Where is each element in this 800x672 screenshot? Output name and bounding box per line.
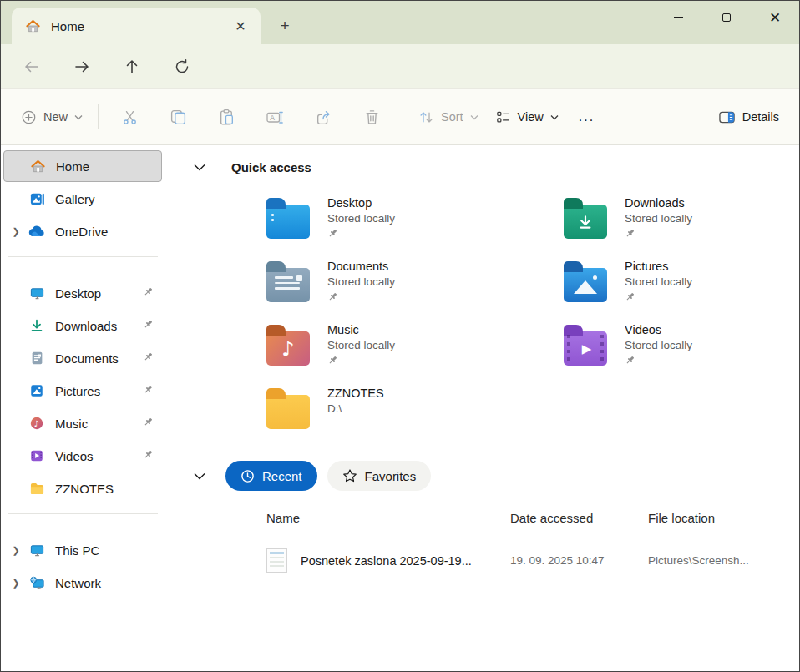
gallery-icon (28, 190, 45, 207)
svg-text:♪: ♪ (34, 419, 39, 428)
tab-close-icon[interactable]: ✕ (229, 14, 252, 38)
favorites-label: Favorites (365, 469, 417, 483)
sidebar-item-desktop[interactable]: Desktop (3, 277, 162, 309)
tile-name: Documents (327, 260, 395, 273)
pin-icon (327, 291, 395, 302)
view-button[interactable]: View (487, 100, 567, 134)
file-name: Posnetek zaslona 2025-09-19... (301, 554, 472, 568)
rename-button[interactable]: A (257, 100, 292, 134)
clock-icon (241, 469, 255, 483)
expand-chevron-icon[interactable]: ❯ (3, 578, 28, 589)
this-pc-icon (28, 542, 45, 558)
sort-button[interactable]: Sort (410, 100, 487, 134)
favorites-tab[interactable]: Favorites (327, 461, 432, 491)
sidebar-label: This PC (55, 543, 99, 558)
sidebar-item-music[interactable]: ♪ Music (3, 407, 162, 439)
downloads-icon (28, 317, 45, 334)
maximize-button[interactable] (702, 1, 751, 34)
tile-videos[interactable]: ▶ Videos Stored locally (564, 322, 799, 375)
documents-icon (28, 350, 45, 366)
pin-icon (143, 449, 154, 460)
tile-subtitle: Stored locally (625, 212, 692, 225)
tile-zznotes[interactable]: ZZNOTES D:\ (266, 386, 564, 438)
tile-subtitle: Stored locally (625, 275, 692, 288)
column-file-location[interactable]: File location (648, 511, 799, 525)
tile-music[interactable]: ♪ Music Stored locally (266, 322, 564, 375)
forward-button[interactable] (68, 53, 96, 81)
tile-desktop[interactable]: Desktop Stored locally (266, 195, 564, 248)
collapse-chevron-icon[interactable] (194, 164, 207, 171)
explorer-tab-home[interactable]: Home ✕ (12, 8, 261, 44)
up-button[interactable] (118, 53, 146, 81)
chevron-down-icon (74, 114, 83, 120)
sidebar-item-zznotes[interactable]: ZZNOTES (3, 472, 162, 504)
tile-name: Videos (625, 323, 692, 336)
column-date-accessed[interactable]: Date accessed (510, 511, 648, 525)
sidebar-label: Downloads (55, 319, 117, 333)
file-thumbnail (266, 548, 287, 573)
quick-access-title[interactable]: Quick access (231, 160, 311, 174)
home-icon (25, 18, 41, 34)
column-name[interactable]: Name (260, 511, 510, 525)
sidebar-label: Videos (55, 449, 94, 463)
tile-documents[interactable]: Documents Stored locally (266, 259, 564, 311)
expand-chevron-icon[interactable]: ❯ (3, 545, 28, 556)
share-button[interactable] (306, 100, 341, 134)
collapse-chevron-icon[interactable] (194, 472, 207, 480)
tile-name: Desktop (327, 196, 395, 210)
tile-name: Downloads (625, 196, 692, 210)
sidebar-item-home[interactable]: Home (3, 150, 162, 182)
navigation-pane: Home Gallery ❯ OneDrive (1, 145, 165, 671)
refresh-button[interactable] (168, 53, 196, 81)
cut-button[interactable] (112, 100, 147, 134)
delete-button[interactable] (354, 100, 389, 134)
sidebar-item-downloads[interactable]: Downloads (3, 310, 162, 341)
command-bar: New A (1, 88, 799, 145)
details-pane-icon (718, 109, 736, 125)
pin-icon (143, 384, 154, 395)
back-button[interactable] (18, 53, 46, 81)
recent-table-header: Name Date accessed File location (260, 511, 799, 525)
pictures-folder-icon (564, 268, 607, 302)
sidebar-label: Music (55, 417, 88, 431)
sidebar-item-pictures[interactable]: Pictures (3, 375, 162, 407)
yellow-folder-icon (266, 395, 310, 429)
sidebar-label: Network (55, 576, 101, 590)
minimize-button[interactable] (654, 1, 702, 34)
expand-chevron-icon[interactable]: ❯ (3, 226, 28, 237)
window-controls: ✕ (654, 1, 799, 34)
recent-file-row[interactable]: Posnetek zaslona 2025-09-19... 19. 09. 2… (260, 548, 799, 573)
sidebar-label: Pictures (55, 384, 100, 398)
tile-downloads[interactable]: Downloads Stored locally (564, 195, 799, 248)
desktop-folder-icon (266, 205, 310, 239)
tile-name: Pictures (625, 260, 692, 273)
pin-icon (143, 417, 154, 427)
new-tab-button[interactable]: + (273, 14, 296, 38)
music-folder-icon: ♪ (266, 331, 310, 366)
pictures-icon (28, 382, 45, 399)
sidebar-divider (8, 256, 158, 257)
copy-button[interactable] (160, 100, 195, 134)
more-options-button[interactable]: ... (567, 109, 606, 124)
tile-name: Music (327, 323, 395, 336)
sidebar-label: Documents (55, 351, 119, 366)
sidebar-item-videos[interactable]: Videos (3, 440, 162, 472)
sidebar-item-network[interactable]: ❯ Network (3, 567, 162, 599)
recent-tab[interactable]: Recent (225, 461, 317, 491)
details-label: Details (742, 110, 779, 124)
videos-icon (28, 447, 45, 464)
details-pane-button[interactable]: Details (710, 100, 787, 134)
sidebar-item-this-pc[interactable]: ❯ This PC (3, 534, 162, 566)
home-icon (29, 158, 46, 174)
pin-icon (327, 355, 395, 366)
paste-button[interactable] (209, 100, 244, 134)
tile-pictures[interactable]: Pictures Stored locally (564, 259, 799, 311)
pin-icon (327, 228, 395, 239)
sidebar-item-gallery[interactable]: Gallery (3, 183, 162, 215)
sidebar-item-onedrive[interactable]: ❯ OneDrive (3, 215, 162, 247)
tile-name: ZZNOTES (327, 387, 384, 400)
music-icon: ♪ (28, 415, 45, 432)
sidebar-item-documents[interactable]: Documents (3, 342, 162, 374)
close-button[interactable]: ✕ (751, 1, 799, 34)
new-button[interactable]: New (13, 100, 91, 134)
